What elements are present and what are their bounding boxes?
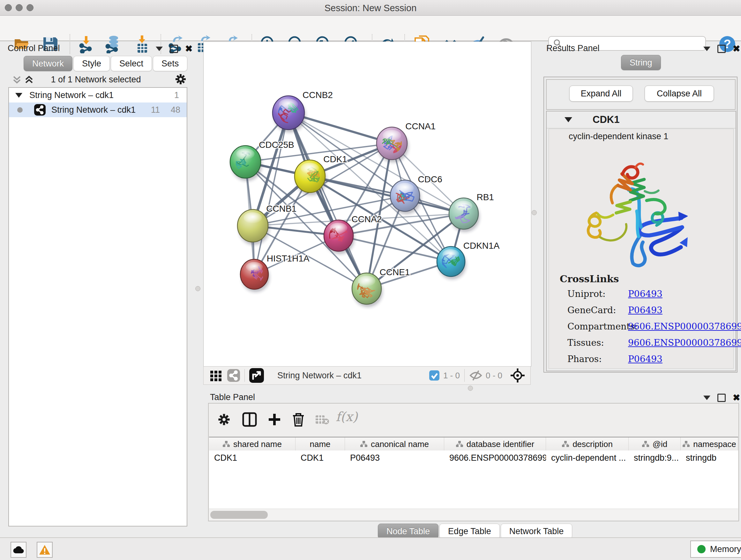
column-type-icon: [222, 441, 230, 448]
window-title: Session: New Session: [0, 3, 741, 13]
table-row[interactable]: CDK1CDK1P064939606.ENSP00000378699cyclin…: [209, 450, 738, 465]
string-results-box: Expand All Collapse All CDK1 cyclin-depe…: [543, 77, 738, 373]
network-node-RB1[interactable]: RB1: [449, 192, 494, 232]
tab-edge-table[interactable]: Edge Table: [440, 523, 500, 539]
memory-label: Memory: [710, 544, 741, 554]
panel-float-icon[interactable]: [170, 45, 178, 53]
table-cell[interactable]: cyclin-dependent ...: [546, 450, 629, 465]
crosslink-link[interactable]: P06493: [628, 305, 663, 315]
tab-network-table[interactable]: Network Table: [501, 523, 572, 539]
function-builder-icon[interactable]: f(x): [336, 409, 358, 424]
crosslink-link[interactable]: 9606.ENSP00000378699: [628, 321, 741, 332]
panel-close-icon[interactable]: ✖: [185, 46, 192, 52]
table-cell[interactable]: stringdb: [681, 450, 738, 465]
network-node-HIST1H1A[interactable]: HIST1H1A: [240, 253, 310, 292]
right-splitter-handle[interactable]: [532, 210, 537, 215]
panel-float-icon[interactable]: [718, 394, 726, 402]
crosslink-link[interactable]: P06493: [628, 289, 663, 299]
network-node-CDC6[interactable]: CDC6: [390, 174, 442, 214]
bottom-splitter-handle[interactable]: [468, 386, 473, 391]
tab-node-table[interactable]: Node Table: [378, 523, 439, 539]
crosslink-link[interactable]: P06493: [628, 354, 663, 364]
edge-count: 48: [171, 105, 180, 115]
network-node-CCNA1[interactable]: CCNA1: [377, 121, 435, 163]
column-type-icon: [562, 441, 569, 448]
table-cell[interactable]: CDK1: [295, 450, 345, 465]
grid-view-icon[interactable]: [210, 369, 222, 381]
warnings-button[interactable]: [37, 542, 53, 558]
network-row[interactable]: String Network – cdk1 11 48: [9, 103, 187, 117]
panel-menu-icon[interactable]: [703, 395, 711, 400]
node-label: CDC25B: [259, 140, 294, 150]
column-type-icon: [642, 441, 650, 448]
table-cell[interactable]: stringdb:9...: [629, 450, 681, 465]
column-header-shared-name[interactable]: shared name: [209, 437, 295, 451]
network-share-icon[interactable]: [227, 369, 240, 382]
status-bar: Memory: [0, 537, 741, 560]
cloud-button[interactable]: [10, 542, 26, 558]
protein-section: CDK1 cyclin-dependent kinase 1: [546, 111, 736, 371]
title-bar: Session: New Session: [0, 0, 741, 16]
current-network-dot-icon: [17, 107, 23, 113]
section-expander-icon[interactable]: [564, 117, 572, 122]
horizontal-scrollbar[interactable]: [209, 509, 738, 520]
column-header-canonical-name[interactable]: canonical name: [345, 437, 444, 451]
delete-table-icon[interactable]: [315, 415, 329, 425]
crosslink-link[interactable]: 9606.ENSP00000378699: [628, 337, 741, 348]
column-header-name[interactable]: name: [295, 437, 345, 451]
table-cell[interactable]: P06493: [345, 450, 444, 465]
network-canvas[interactable]: CCNB2CCNA1CDC25BCDK1CDC6RB1CCNB1CCNA2CDK…: [203, 42, 531, 367]
scrollbar-thumb[interactable]: [210, 511, 268, 519]
table-settings-gear-icon[interactable]: [217, 413, 231, 427]
column-header-@id[interactable]: @id: [629, 437, 681, 451]
table-cell[interactable]: CDK1: [209, 450, 295, 465]
crosslink-label: Uniprot:: [567, 289, 628, 299]
column-header-description[interactable]: description: [546, 437, 629, 451]
selected-count: 1 - 0: [443, 371, 460, 381]
network-edge[interactable]: [339, 236, 451, 261]
tab-sets[interactable]: Sets: [153, 56, 187, 71]
memory-button[interactable]: Memory: [690, 541, 741, 558]
fit-selection-crosshair-icon[interactable]: [510, 368, 525, 383]
column-header-namespace[interactable]: namespace: [681, 437, 738, 451]
node-label: CCNA1: [405, 121, 435, 131]
main-toolbar: ?: [0, 16, 741, 41]
left-splitter-handle[interactable]: [195, 286, 200, 291]
network-collection-row[interactable]: String Network – cdk1 1: [9, 88, 187, 103]
column-header-database-identifier[interactable]: database identifier: [444, 437, 546, 451]
add-column-icon[interactable]: [267, 413, 281, 427]
network-edge[interactable]: [254, 113, 288, 274]
panel-menu-icon[interactable]: [703, 47, 711, 51]
tab-select[interactable]: Select: [111, 56, 152, 71]
expand-all-button[interactable]: Expand All: [569, 85, 633, 102]
network-options-gear-icon[interactable]: [174, 73, 187, 85]
tab-style[interactable]: Style: [73, 56, 110, 71]
string-network-icon: [34, 104, 46, 116]
selected-checkbox-icon[interactable]: [429, 370, 440, 381]
table-panel-title: Table Panel: [210, 392, 255, 402]
results-panel-title: Results Panel: [546, 44, 600, 53]
protein-description: cyclin-dependent kinase 1: [569, 132, 668, 141]
protein-section-header[interactable]: CDK1: [547, 111, 736, 128]
table-cell[interactable]: 9606.ENSP00000378699: [444, 450, 546, 465]
table-tabs: Node TableEdge TableNetwork Table: [378, 523, 573, 539]
tab-network[interactable]: Network: [23, 56, 72, 71]
network-node-CCNE1[interactable]: CCNE1: [352, 267, 410, 307]
collapse-all-button[interactable]: Collapse All: [645, 85, 714, 102]
birds-eye-view-icon[interactable]: [249, 368, 264, 383]
network-graph[interactable]: CCNB2CCNA1CDC25BCDK1CDC6RB1CCNB1CCNA2CDK…: [204, 42, 531, 366]
show-columns-icon[interactable]: [242, 412, 257, 427]
panel-close-icon[interactable]: ✖: [733, 395, 740, 401]
panel-close-icon[interactable]: ✖: [733, 46, 740, 52]
protein-structure-image: [566, 154, 688, 272]
tab-string[interactable]: String: [621, 55, 661, 70]
protein-name: CDK1: [593, 114, 619, 125]
column-type-icon: [682, 441, 690, 448]
tree-expander-icon[interactable]: [15, 93, 22, 98]
node-label: CDKN1A: [463, 241, 500, 251]
hidden-eye-icon[interactable]: [469, 370, 482, 381]
delete-column-icon[interactable]: [291, 412, 306, 427]
network-node-CDKN1A[interactable]: CDKN1A: [437, 241, 500, 279]
panel-float-icon[interactable]: [718, 45, 726, 53]
panel-menu-icon[interactable]: [156, 47, 163, 51]
